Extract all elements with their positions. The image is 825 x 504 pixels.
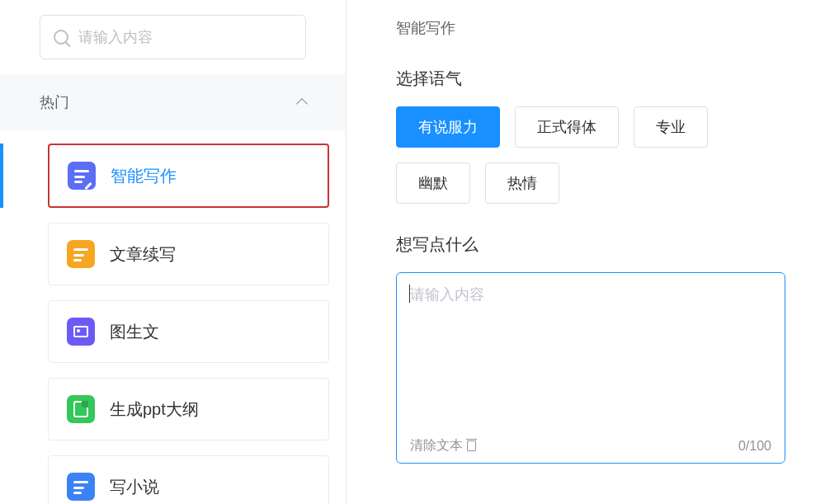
- search-container: 请输入内容: [0, 15, 346, 59]
- section-title: 热门: [40, 92, 69, 112]
- char-counter: 0/100: [738, 439, 771, 454]
- menu-item-ppt-outline[interactable]: 生成ppt大纲: [48, 378, 329, 440]
- search-icon: [54, 30, 68, 45]
- tone-chip-enthusiastic[interactable]: 热情: [485, 163, 559, 204]
- tone-chip-humorous[interactable]: 幽默: [396, 163, 470, 204]
- menu-item-label: 图生文: [110, 321, 159, 343]
- menu-item-article-continue[interactable]: 文章续写: [48, 223, 329, 285]
- menu-item-wrap: 写小说: [16, 455, 329, 504]
- textarea-footer: 清除文本 0/100: [410, 437, 771, 455]
- menu-item-wrap: 智能写作: [16, 144, 329, 208]
- document-icon: [67, 473, 95, 501]
- image-text-icon: [67, 318, 95, 346]
- document-icon: [67, 240, 95, 268]
- chevron-up-icon: [296, 98, 308, 110]
- menu-item-write-novel[interactable]: 写小说: [48, 455, 329, 504]
- menu-item-label: 文章续写: [110, 243, 176, 266]
- document-pencil-icon: [68, 162, 96, 190]
- search-placeholder: 请输入内容: [78, 27, 153, 47]
- tone-chip-group: 有说服力 正式得体 专业 幽默 热情: [396, 106, 785, 204]
- menu-item-wrap: 生成ppt大纲: [16, 378, 329, 440]
- tone-chip-persuasive[interactable]: 有说服力: [396, 106, 500, 148]
- page-title: 智能写作: [396, 18, 785, 38]
- sidebar: 请输入内容 热门 智能写作 文章续写: [0, 0, 346, 504]
- main-panel: 智能写作 选择语气 有说服力 正式得体 专业 幽默 热情 想写点什么 清除文本 …: [346, 0, 825, 504]
- tone-chip-formal[interactable]: 正式得体: [515, 106, 619, 148]
- tone-chip-professional[interactable]: 专业: [634, 106, 708, 148]
- content-textarea-wrap: 清除文本 0/100: [396, 272, 785, 464]
- clear-text-button[interactable]: 清除文本: [410, 437, 476, 455]
- content-textarea[interactable]: [410, 285, 771, 425]
- search-input[interactable]: 请输入内容: [40, 15, 306, 59]
- menu-item-label: 智能写作: [111, 165, 177, 187]
- prompt-label: 想写点什么: [396, 233, 785, 256]
- menu-list: 智能写作 文章续写 图生文: [0, 130, 346, 504]
- clear-text-label: 清除文本: [410, 437, 463, 455]
- menu-item-label: 生成ppt大纲: [110, 398, 199, 421]
- menu-item-label: 写小说: [110, 476, 159, 498]
- trash-icon: [467, 440, 476, 451]
- active-indicator: [0, 144, 3, 208]
- menu-item-wrap: 文章续写: [16, 223, 329, 285]
- text-cursor: [409, 285, 410, 303]
- ppt-icon: [67, 395, 95, 423]
- menu-item-wrap: 图生文: [16, 300, 329, 363]
- menu-item-image-to-text[interactable]: 图生文: [48, 300, 329, 363]
- menu-item-smart-writing[interactable]: 智能写作: [48, 144, 329, 208]
- section-header-hot[interactable]: 热门: [0, 74, 346, 130]
- tone-label: 选择语气: [396, 68, 785, 90]
